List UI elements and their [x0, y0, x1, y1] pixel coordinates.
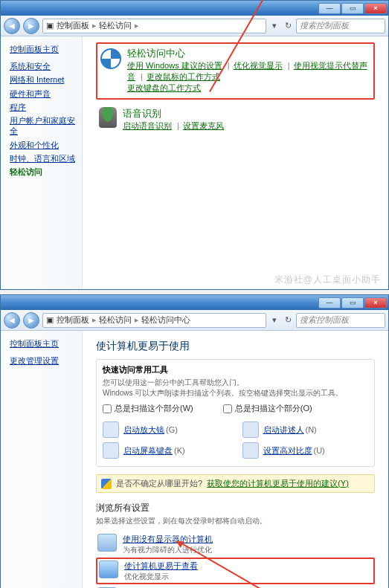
minimize-button[interactable]: —	[318, 3, 341, 14]
sidebar: 控制面板主页 更改管理设置	[1, 331, 83, 588]
tool-magnifier[interactable]: 启动放大镜(G)	[103, 421, 229, 438]
titlebar: — ▭ ×	[1, 295, 388, 310]
nav-forward-button[interactable]: ►	[23, 18, 39, 34]
close-button[interactable]: ×	[364, 3, 387, 14]
address-refresh-button[interactable]: ↻	[283, 313, 293, 328]
tool-osk[interactable]: 启动屏幕键盘(K)	[103, 442, 229, 459]
magnify-monitor-icon	[99, 560, 118, 578]
sidebar-item-hardware[interactable]: 硬件和声音	[10, 88, 77, 99]
browse-heading: 浏览所有设置	[96, 502, 375, 514]
ease-link-windows-suggest[interactable]: 使用 Windows 建议的设置	[127, 61, 222, 70]
voice-link-mic[interactable]: 设置麦克风	[183, 121, 224, 130]
option-no-display[interactable]: 使用没有显示器的计算机 为有视力障碍的人进行优化	[96, 531, 375, 558]
cpl-icon: ▣	[46, 21, 54, 30]
sidebar-item-users[interactable]: 用户帐户和家庭安全	[10, 115, 77, 137]
nav-bar: ◄ ► ▣ 控制面板 ▶ 轻松访问 ▶ ▾ ↻ 搜索控制面板	[1, 16, 388, 36]
chevron-right-icon: ▶	[135, 317, 138, 323]
chevron-right-icon: ▶	[135, 23, 138, 29]
tool-high-contrast[interactable]: 设置高对比度(U)	[242, 442, 369, 459]
breadcrumb-a[interactable]: 控制面板	[57, 20, 89, 31]
search-placeholder: 搜索控制面板	[300, 20, 349, 31]
sidebar-item-programs[interactable]: 程序	[10, 102, 77, 112]
breadcrumb-b[interactable]: 轻松访问	[99, 20, 132, 31]
checkbox-input[interactable]	[223, 404, 232, 413]
voice-recognition-row: 语音识别 启动语音识别 | 设置麦克风	[96, 107, 375, 132]
page-title: 使计算机更易于使用	[96, 340, 375, 353]
suggestion-text: 是否不确定从哪里开始?	[116, 478, 202, 489]
chevron-right-icon: ▶	[92, 317, 96, 323]
suggestion-strip: 是否不确定从哪里开始? 获取使您的计算机更易于使用的建议(Y)	[96, 474, 375, 493]
breadcrumb-b[interactable]: 轻松访问	[99, 314, 132, 326]
narrator-icon	[242, 421, 259, 438]
address-dropdown-button[interactable]: ▾	[269, 19, 280, 33]
ease-access-icon	[100, 48, 121, 69]
chevron-right-icon: ▶	[92, 23, 96, 29]
ease-link-optimize-visual[interactable]: 优化视觉显示	[234, 61, 283, 70]
sidebar-item-network[interactable]: 网络和 Internet	[10, 74, 77, 85]
shield-icon	[101, 479, 112, 489]
nav-forward-button[interactable]: ►	[23, 312, 39, 329]
option-easier-to-see[interactable]: 使计算机更易于查看 优化视觉显示	[96, 558, 375, 584]
address-refresh-button[interactable]: ↻	[283, 19, 293, 33]
sidebar-item-clock[interactable]: 时钟、语言和区域	[10, 153, 77, 164]
voice-recognition-link[interactable]: 语音识别	[123, 108, 161, 119]
ease-link-mouse[interactable]: 更改鼠标的工作方式	[147, 72, 220, 81]
address-bar[interactable]: ▣ 控制面板 ▶ 轻松访问 ▶	[42, 19, 266, 33]
quick-heading: 快速访问常用工具	[103, 364, 368, 375]
microphone-icon	[99, 107, 117, 128]
quick-desc-1: 您可以使用这一部分中的工具帮助您入门。	[103, 378, 368, 388]
quick-tools-grid: 启动放大镜(G) 启动讲述人(N) 启动屏幕键盘(K) 设置高对比度(U)	[103, 421, 368, 459]
option-no-mouse-kb[interactable]: 使用没有鼠标或键盘的计算机 设置备选输入设备	[96, 584, 375, 588]
quick-access-panel: 快速访问常用工具 您可以使用这一部分中的工具帮助您入门。 Windows 可以大…	[96, 359, 375, 467]
close-button[interactable]: ×	[364, 297, 387, 308]
search-placeholder: 搜索控制面板	[300, 314, 349, 326]
quick-desc-2: Windows 可以大声朗读并扫描这个列表。按空格键选择突出显示的工具。	[103, 388, 368, 398]
minimize-button[interactable]: —	[318, 297, 341, 308]
breadcrumb-c[interactable]: 轻松访问中心	[141, 314, 190, 326]
highlight-box-ease-access: 轻松访问中心 使用 Windows 建议的设置 | 优化视觉显示 | 使用视觉提…	[96, 42, 375, 100]
contrast-icon	[242, 442, 259, 459]
tool-narrator[interactable]: 启动讲述人(N)	[242, 421, 369, 438]
address-bar[interactable]: ▣ 控制面板 ▶ 轻松访问 ▶ 轻松访问中心	[42, 313, 266, 328]
sidebar-item-appearance[interactable]: 外观和个性化	[10, 140, 77, 150]
search-input[interactable]: 搜索控制面板	[296, 19, 385, 33]
content-pane: 使计算机更易于使用 快速访问常用工具 您可以使用这一部分中的工具帮助您入门。 W…	[83, 331, 388, 588]
sidebar: 控制面板主页 系统和安全 网络和 Internet 硬件和声音 程序 用户帐户和…	[1, 36, 83, 289]
breadcrumb-a[interactable]: 控制面板	[57, 314, 89, 326]
titlebar: — ▭ ×	[1, 1, 388, 16]
nav-back-button[interactable]: ◄	[4, 18, 20, 34]
sidebar-item-system[interactable]: 系统和安全	[10, 61, 77, 71]
maximize-button[interactable]: ▭	[341, 3, 364, 14]
content-pane: 轻松访问中心 使用 Windows 建议的设置 | 优化视觉显示 | 使用视觉提…	[83, 36, 388, 289]
checkbox-scan-w[interactable]: 总是扫描这个部分(W)	[103, 403, 193, 414]
sidebar-item-ease[interactable]: 轻松访问	[10, 167, 77, 177]
ease-link-keyboard[interactable]: 更改键盘的工作方式	[127, 83, 201, 92]
checkbox-scan-o[interactable]: 总是扫描这个部分(O)	[223, 403, 312, 414]
suggestion-link[interactable]: 获取使您的计算机更易于使用的建议(Y)	[207, 478, 349, 489]
window-ease-center: — ▭ × ◄ ► ▣ 控制面板 ▶ 轻松访问 ▶ 轻松访问中心 ▾ ↻ 搜索控…	[0, 294, 389, 588]
sidebar-home[interactable]: 控制面板主页	[10, 338, 77, 349]
search-input[interactable]: 搜索控制面板	[296, 313, 385, 328]
magnifier-icon	[103, 421, 119, 438]
watermark: 米游社@人工桌面小助手	[274, 274, 381, 286]
browse-sub: 如果选择这些设置，则在每次登录时都将自动启动。	[96, 516, 375, 526]
cpl-icon: ▣	[46, 315, 54, 325]
nav-back-button[interactable]: ◄	[4, 312, 20, 329]
monitor-icon	[97, 534, 117, 552]
address-dropdown-button[interactable]: ▾	[269, 313, 280, 328]
window-ease-category: — ▭ × ◄ ► ▣ 控制面板 ▶ 轻松访问 ▶ ▾ ↻ 搜索控制面板 控制面…	[0, 0, 389, 290]
nav-bar: ◄ ► ▣ 控制面板 ▶ 轻松访问 ▶ 轻松访问中心 ▾ ↻ 搜索控制面板	[1, 310, 388, 331]
sidebar-item-admin[interactable]: 更改管理设置	[10, 355, 77, 366]
maximize-button[interactable]: ▭	[341, 297, 364, 308]
checkbox-input[interactable]	[103, 404, 112, 413]
ease-access-center-link[interactable]: 轻松访问中心	[127, 48, 185, 59]
sidebar-home[interactable]: 控制面板主页	[10, 44, 77, 55]
voice-link-start[interactable]: 启动语音识别	[123, 121, 172, 130]
keyboard-icon	[103, 442, 119, 459]
